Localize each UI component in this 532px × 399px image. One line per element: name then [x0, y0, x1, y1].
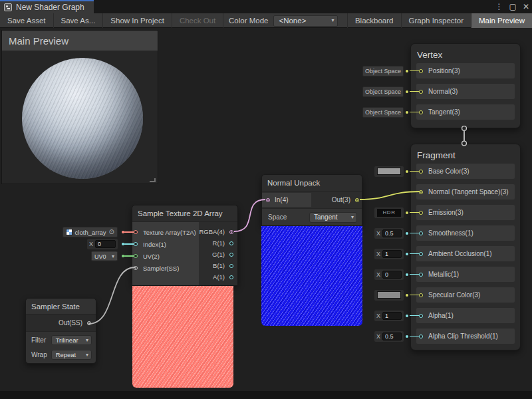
- alpha-field[interactable]: X1: [374, 311, 404, 321]
- port-metallic[interactable]: [419, 273, 423, 277]
- color-mode-dropdown[interactable]: <None> ▾: [273, 15, 338, 27]
- window-menu-icon[interactable]: ⋮: [495, 0, 503, 13]
- save-as-button[interactable]: Save As...: [54, 13, 104, 28]
- filter-label: Filter: [31, 336, 51, 344]
- tab-new-shader-graph[interactable]: New Shader Graph: [0, 0, 94, 13]
- position-space-dropdown[interactable]: Object Space: [362, 66, 404, 76]
- wire-dot: [406, 253, 408, 255]
- fragment-row-ambient-occlusion: X1 Ambient Occlusion(1): [416, 246, 515, 261]
- shader-preview-sphere[interactable]: [22, 58, 143, 179]
- output-row-b: B(1): [199, 260, 237, 271]
- port-smoothness[interactable]: [419, 231, 423, 235]
- save-asset-button[interactable]: Save Asset: [0, 13, 54, 28]
- chevron-down-icon: ▾: [112, 253, 114, 259]
- port-uv[interactable]: [134, 254, 138, 258]
- normal-unpack-node[interactable]: Normal Unpack In(4) Out(3) Space Tangent…: [261, 174, 362, 226]
- main-preview-button[interactable]: Main Preview: [471, 13, 532, 28]
- fragment-row-specular-color: Specular Color(3): [416, 287, 515, 303]
- fragment-row-metallic: X0 Metallic(1): [416, 267, 515, 282]
- space-row: Space Tangent ▾: [262, 208, 362, 225]
- maximize-icon[interactable]: ▢: [509, 0, 517, 13]
- port-a[interactable]: [229, 275, 233, 279]
- port-sampler[interactable]: [134, 266, 138, 270]
- ambient-occlusion-field[interactable]: X1: [374, 249, 404, 259]
- fragment-stack-handle[interactable]: [462, 141, 467, 146]
- port-tangent[interactable]: [419, 110, 423, 114]
- output-row-a: A(1): [199, 271, 237, 283]
- port-b[interactable]: [229, 264, 233, 268]
- wire-dot: [406, 315, 408, 317]
- tangent-space-dropdown[interactable]: Object Space: [362, 107, 404, 118]
- wire-dot: [406, 232, 408, 235]
- space-dropdown[interactable]: Tangent ▾: [309, 212, 357, 223]
- wire-stub: [410, 336, 420, 337]
- hdr-label: HDR: [377, 209, 401, 217]
- output-row-g: G(1): [199, 249, 237, 260]
- port-index[interactable]: [134, 242, 138, 246]
- wrap-label: Wrap: [31, 351, 51, 358]
- wire-stub: [124, 231, 134, 233]
- port-g[interactable]: [229, 253, 233, 257]
- port-position[interactable]: [419, 69, 423, 73]
- object-picker-icon[interactable]: ⊙: [109, 229, 114, 235]
- vertex-node[interactable]: Vertex Object Space Position(3) Object S…: [410, 43, 521, 128]
- wire-dot: [406, 211, 408, 214]
- fragment-row-normal: Normal (Tangent Space)(3): [416, 184, 515, 200]
- main-preview-header[interactable]: Main Preview: [2, 31, 158, 51]
- smoothness-field[interactable]: X0.5: [374, 228, 404, 239]
- normal-space-dropdown[interactable]: Object Space: [362, 86, 404, 97]
- wire-dot: [406, 111, 408, 114]
- texture-array-field[interactable]: cloth_array ⊙: [63, 227, 118, 237]
- port-r[interactable]: [229, 241, 233, 245]
- uv-channel-dropdown[interactable]: UV0 ▾: [91, 251, 118, 261]
- show-in-project-button[interactable]: Show In Project: [103, 13, 172, 28]
- normal-unpack-node-title: Normal Unpack: [262, 175, 362, 192]
- vertex-row-normal: Object Space Normal(3): [416, 84, 515, 99]
- vertex-stack-handle[interactable]: [462, 126, 467, 131]
- wire-dot: [406, 294, 408, 297]
- wire-stub: [410, 91, 420, 92]
- port-specular-color[interactable]: [419, 293, 423, 297]
- graph-inspector-button[interactable]: Graph Inspector: [401, 13, 471, 28]
- main-preview-title: Main Preview: [9, 35, 68, 47]
- main-preview-body[interactable]: [2, 51, 158, 184]
- port-ambient-occlusion[interactable]: [419, 252, 423, 256]
- wrap-dropdown[interactable]: Repeat ▾: [51, 350, 92, 360]
- vertex-node-title: Vertex: [411, 44, 520, 63]
- port-out[interactable]: [355, 198, 359, 202]
- port-alpha[interactable]: [419, 314, 423, 318]
- port-normal[interactable]: [419, 90, 423, 94]
- sample-texture-2d-array-node[interactable]: Sample Texture 2D Array cloth_array ⊙ Te…: [132, 205, 238, 286]
- specular-color-swatch[interactable]: [374, 290, 404, 301]
- vertex-row-position: Object Space Position(3): [416, 63, 515, 78]
- chevron-down-icon: ▾: [331, 18, 334, 23]
- port-texture-array[interactable]: [134, 230, 138, 234]
- port-in[interactable]: [266, 198, 270, 202]
- resize-grip-icon[interactable]: [150, 178, 156, 182]
- wire-dot: [406, 90, 408, 93]
- title-bar: New Shader Graph ⋮ ▢ ✕: [0, 0, 532, 13]
- base-color-swatch[interactable]: [374, 166, 404, 177]
- sample-texture-preview: [132, 286, 233, 388]
- close-icon[interactable]: ✕: [523, 0, 529, 13]
- sampler-state-node[interactable]: Sampler State Out(SS) Filter Trilinear ▾…: [25, 298, 96, 364]
- port-rgba[interactable]: [229, 230, 233, 234]
- index-field[interactable]: X 0: [87, 239, 118, 249]
- emission-hdr-field[interactable]: HDR: [374, 207, 404, 218]
- metallic-field[interactable]: X0: [374, 269, 404, 280]
- wrap-row: Wrap Repeat ▾: [26, 348, 96, 361]
- tab-title: New Shader Graph: [16, 3, 84, 12]
- filter-dropdown[interactable]: Trilinear ▾: [51, 335, 92, 345]
- chevron-down-icon: ▾: [86, 352, 88, 358]
- port-base-color[interactable]: [419, 170, 423, 174]
- port-alpha-clip-threshold[interactable]: [419, 334, 423, 338]
- port-emission[interactable]: [419, 211, 423, 215]
- fragment-node[interactable]: Fragment Base Color(3) Normal (Tangent S…: [410, 144, 521, 350]
- wire-stub: [410, 274, 420, 275]
- wire-stub: [410, 171, 420, 172]
- wire-stub: [124, 255, 134, 257]
- alpha-clip-threshold-field[interactable]: X0.5: [374, 331, 404, 342]
- input-row-texture-array: cloth_array ⊙ Texture Array(T2A): [132, 226, 199, 238]
- wire-stub: [410, 233, 420, 234]
- blackboard-button[interactable]: Blackboard: [347, 13, 401, 28]
